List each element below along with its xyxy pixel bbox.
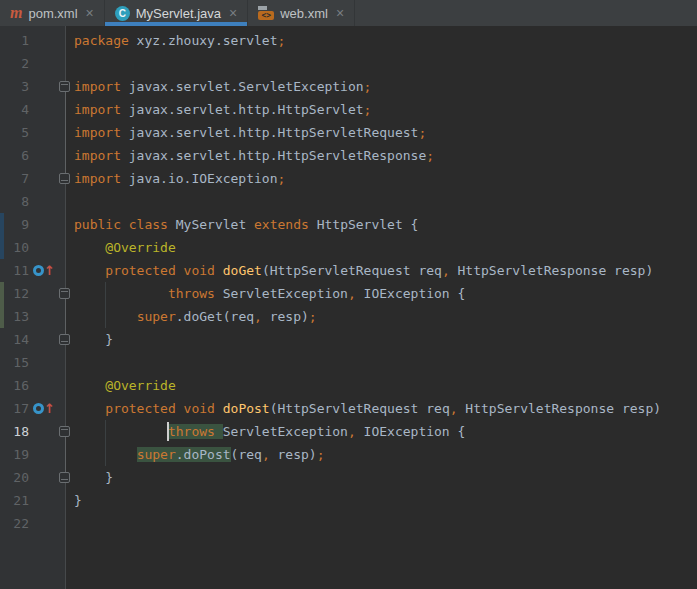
- code-token: (req: [231, 447, 262, 462]
- line-number: 19: [0, 443, 29, 466]
- code-line[interactable]: import javax.servlet.http.HttpServlet;: [74, 98, 371, 121]
- code-token: package: [74, 33, 129, 48]
- code-line[interactable]: package xyz.zhouxy.servlet;: [74, 29, 285, 52]
- override-circle: [33, 403, 44, 414]
- code-token: MyServlet: [168, 217, 254, 232]
- line-number: 3: [0, 75, 29, 98]
- code-token: javax.servlet.http.HttpServlet: [121, 102, 364, 117]
- line-number: 1: [0, 29, 29, 52]
- line-number: 14: [0, 328, 29, 351]
- code-token: ;: [317, 447, 325, 462]
- code-line[interactable]: throws ServletException, IOException {: [74, 282, 465, 305]
- code-token: }: [74, 332, 113, 347]
- code-token: javax.servlet.http.HttpServletResponse: [121, 148, 426, 163]
- code-token: ,: [262, 447, 270, 462]
- code-token: }: [74, 493, 82, 508]
- line-number: 4: [0, 98, 29, 121]
- code-line[interactable]: }: [74, 489, 82, 512]
- fold-collapse-icon[interactable]: [59, 173, 70, 184]
- fold-collapse-icon[interactable]: [59, 426, 70, 437]
- line-number: 17: [0, 397, 29, 420]
- code-token: import: [74, 171, 121, 186]
- code-line[interactable]: import javax.servlet.http.HttpServletRes…: [74, 144, 434, 167]
- up-arrow-icon: ↑: [44, 264, 55, 278]
- code-token: .doGet(req: [176, 309, 254, 324]
- code-editor[interactable]: 1package xyz.zhouxy.servlet;23import jav…: [0, 26, 697, 589]
- code-token: ;: [364, 79, 372, 94]
- code-token: ;: [309, 309, 317, 324]
- tab-label: MyServlet.java: [136, 6, 221, 21]
- code-token: @Override: [105, 240, 175, 255]
- code-token: ;: [364, 102, 372, 117]
- code-line[interactable]: import javax.servlet.ServletException;: [74, 75, 371, 98]
- code-line[interactable]: protected void doPost(HttpServletRequest…: [74, 397, 661, 420]
- close-icon[interactable]: ×: [86, 6, 94, 20]
- code-token: ServletException: [215, 286, 348, 301]
- code-line[interactable]: protected void doGet(HttpServletRequest …: [74, 259, 653, 282]
- code-token: ;: [278, 33, 286, 48]
- close-icon[interactable]: ×: [229, 6, 237, 20]
- fold-region-line: [65, 299, 66, 334]
- close-icon[interactable]: ×: [336, 6, 344, 20]
- code-token: ;: [418, 125, 426, 140]
- code-line[interactable]: import java.io.IOException;: [74, 167, 285, 190]
- line-number: 7: [0, 167, 29, 190]
- code-token: IOException {: [356, 424, 466, 439]
- code-token: [74, 240, 105, 255]
- line-number: 22: [0, 512, 29, 535]
- tab-label: pom.xml: [28, 6, 77, 21]
- line-number: 13: [0, 305, 29, 328]
- code-line[interactable]: super.doPost(req, resp);: [74, 443, 325, 466]
- code-token: ;: [426, 148, 434, 163]
- fold-collapse-icon[interactable]: [59, 288, 70, 299]
- code-token: [74, 378, 105, 393]
- fold-collapse-icon[interactable]: [59, 81, 70, 92]
- code-line[interactable]: super.doGet(req, resp);: [74, 305, 317, 328]
- line-number: 20: [0, 466, 29, 489]
- code-token: (HttpServletRequest req: [270, 401, 450, 416]
- code-token: ,: [348, 424, 356, 439]
- line-number: 6: [0, 144, 29, 167]
- code-token: doGet: [223, 263, 262, 278]
- code-token: import: [74, 148, 121, 163]
- line-number: 18: [0, 420, 29, 443]
- fold-collapse-icon[interactable]: [59, 472, 70, 483]
- code-line[interactable]: @Override: [74, 374, 176, 397]
- code-line[interactable]: throws ServletException, IOException {: [74, 420, 465, 443]
- code-token: }: [74, 470, 113, 485]
- line-number: 11: [0, 259, 29, 282]
- code-token: import: [74, 102, 121, 117]
- code-line[interactable]: public class MyServlet extends HttpServl…: [74, 213, 418, 236]
- line-number: 8: [0, 190, 29, 213]
- code-token: protected: [105, 263, 175, 278]
- line-number: 12: [0, 282, 29, 305]
- code-token: extends: [254, 217, 309, 232]
- code-token: import: [74, 79, 121, 94]
- tab-label: web.xml: [280, 6, 328, 21]
- tab-web-xml[interactable]: <> web.xml ×: [248, 0, 355, 26]
- code-line[interactable]: }: [74, 328, 113, 351]
- code-token: ,: [450, 401, 458, 416]
- tab-myservlet-java[interactable]: C MyServlet.java ×: [105, 0, 248, 26]
- code-token: [74, 286, 168, 301]
- line-number: 5: [0, 121, 29, 144]
- code-token: xyz.zhouxy.servlet: [129, 33, 278, 48]
- code-token: void: [184, 263, 215, 278]
- overriding-method-icon[interactable]: ↑: [33, 259, 55, 282]
- code-line[interactable]: }: [74, 466, 113, 489]
- code-token: resp): [262, 309, 309, 324]
- code-token: ,: [442, 263, 450, 278]
- code-line[interactable]: import javax.servlet.http.HttpServletReq…: [74, 121, 426, 144]
- code-line[interactable]: @Override: [74, 236, 176, 259]
- code-token: super: [137, 309, 176, 324]
- tab-pom-xml[interactable]: m pom.xml ×: [0, 0, 105, 26]
- fold-collapse-icon[interactable]: [59, 334, 70, 345]
- code-token: protected: [105, 401, 175, 416]
- highlighted-token: throws: [168, 424, 215, 439]
- line-number: 2: [0, 52, 29, 75]
- overriding-method-icon[interactable]: ↑: [33, 397, 55, 420]
- code-token: ,: [254, 309, 262, 324]
- code-token: IOException {: [356, 286, 466, 301]
- code-token: javax.servlet.ServletException: [121, 79, 364, 94]
- code-token: [176, 263, 184, 278]
